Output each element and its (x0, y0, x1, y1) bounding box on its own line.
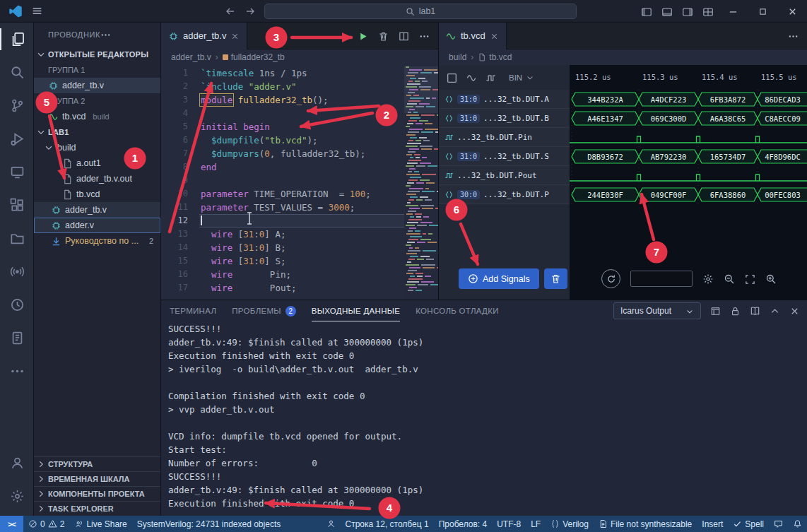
status-language-mode[interactable]: Verilog (546, 516, 594, 532)
trash-button[interactable] (378, 30, 389, 41)
status-eol[interactable]: LF (526, 516, 546, 532)
status-spell[interactable]: Spell (728, 516, 769, 532)
panel-tab-КОНСОЛЬ ОТЛАДКИ[interactable]: КОНСОЛЬ ОТЛАДКИ (416, 300, 499, 321)
zoom-in-icon[interactable] (765, 273, 777, 285)
status-synthesis-status[interactable]: File not synthesizable (594, 516, 697, 532)
problems-status[interactable]: 02 (23, 516, 69, 532)
breadcrumb-item[interactable]: adder_tb.v (171, 52, 211, 62)
section-TASK EXPLORER[interactable]: TASK EXPLORER (34, 501, 160, 516)
signal--32-tb-DUT-B[interactable]: 31:0...32_tb.DUT.B (439, 109, 570, 128)
output-channel-select[interactable]: Icarus Output (613, 302, 701, 319)
marker-box-icon[interactable] (446, 71, 458, 83)
maximize-button[interactable] (748, 0, 777, 23)
code-line[interactable]: initial begin (199, 120, 404, 134)
add-signals-button[interactable]: Add Signals (459, 268, 539, 289)
code-line[interactable]: end (199, 160, 404, 174)
activity-run-debug[interactable] (0, 122, 34, 155)
command-center-search[interactable]: lab1 (264, 4, 577, 19)
open-editor-adder_tb.v[interactable]: adder_tb.v (34, 78, 160, 93)
wave-settings-icon[interactable] (702, 273, 714, 285)
toggle-sidebar-icon[interactable] (641, 6, 652, 18)
status-live-share[interactable]: Live Share (69, 516, 131, 532)
code-line[interactable]: wire [31:0] S; (199, 254, 404, 268)
menu-icon[interactable] (31, 5, 43, 17)
code-line[interactable]: $dumpvars(0, fulladder32_tb); (199, 147, 404, 160)
activity-live-share[interactable] (0, 255, 34, 288)
breadcrumb-item[interactable]: tb.vcd (478, 52, 512, 62)
status-feedback[interactable] (769, 516, 788, 532)
remote-indicator[interactable]: >< (0, 516, 23, 532)
toggle-secondary-sidebar-icon[interactable] (682, 6, 693, 18)
panel-tab-ТЕРМИНАЛ[interactable]: ТЕРМИНАЛ (170, 300, 216, 321)
activity-project-manager[interactable] (0, 222, 34, 255)
timeline-ruler[interactable]: 115.2 us115.3 us115.4 us115.5 us (570, 67, 807, 90)
time-search-input[interactable] (630, 271, 693, 287)
section-ВРЕМЕННАЯ ШКАЛА[interactable]: ВРЕМЕННАЯ ШКАЛА (34, 471, 160, 486)
activity-notebook[interactable] (0, 321, 34, 355)
close-panel-icon[interactable] (789, 305, 800, 317)
remove-signals-button[interactable] (544, 268, 567, 289)
activity-remote-explorer[interactable] (0, 155, 34, 189)
format-dropdown[interactable]: BIN (509, 73, 534, 83)
activity-more-views[interactable] (0, 355, 34, 388)
open-log-icon[interactable] (750, 305, 760, 317)
breadcrumb-item[interactable]: fulladder32_tb (223, 52, 285, 62)
signal--32-tb-DUT-A[interactable]: 31:0...32_tb.DUT.A (439, 90, 570, 109)
code-line[interactable]: parameter TEST_VALUES = 3000; (199, 201, 404, 214)
wave-style-icon[interactable] (466, 72, 477, 83)
code-line[interactable]: wire Pout; (199, 281, 404, 295)
code-line[interactable] (199, 107, 404, 120)
tab-adder-tb[interactable]: adder_tb.v (161, 23, 247, 49)
open-editor-tb.vcd[interactable]: tb.vcdbuild (34, 109, 160, 124)
code-line[interactable] (199, 174, 404, 187)
file-tb.vcd[interactable]: tb.vcd (34, 187, 160, 202)
open-editors-section[interactable]: ОТКРЫТЫЕ РЕДАКТОРЫ (34, 47, 160, 62)
status-cursor-position[interactable]: Строка 12, столбец 1 (341, 516, 434, 532)
code-line[interactable]: $dumpfile("tb.vcd"); (199, 134, 404, 147)
activity-task-timer[interactable] (0, 288, 34, 321)
minimap-slider[interactable] (404, 66, 438, 113)
panel-tab-ПРОБЛЕМЫ[interactable]: ПРОБЛЕМЫ2 (232, 300, 296, 321)
more-actions-button[interactable] (788, 30, 799, 41)
nav-back-icon[interactable] (225, 5, 236, 17)
activity-extensions[interactable] (0, 189, 34, 222)
zoom-out-icon[interactable] (724, 273, 735, 285)
activity-search[interactable] (0, 56, 34, 89)
run-button[interactable] (358, 30, 368, 41)
code-line[interactable]: module fulladder32_tb(); (199, 93, 404, 107)
activity-source-control[interactable] (0, 89, 34, 122)
status-systemverilog-status[interactable]: SystemVerilog: 24731 indexed objects (132, 516, 285, 532)
customize-layout-icon[interactable] (702, 6, 714, 18)
file-Руководство по ...[interactable]: Руководство по ...2 (34, 233, 160, 249)
code-line[interactable]: `include "adder.v" (199, 80, 404, 93)
split-editor-button[interactable] (399, 30, 409, 41)
file-adder.v[interactable]: adder.v (34, 218, 160, 233)
signal--32-tb-DUT-Pin[interactable]: ...32_tb.DUT.Pin (439, 128, 570, 147)
lock-icon[interactable] (730, 305, 741, 317)
folder-build[interactable]: build (34, 140, 160, 155)
maximize-panel-icon[interactable] (770, 305, 780, 317)
activity-explorer[interactable] (0, 23, 34, 56)
code-line[interactable] (199, 214, 404, 227)
more-actions-button[interactable] (419, 30, 430, 41)
section-КОМПОНЕНТЫ ПРОЕКТА[interactable]: КОМПОНЕНТЫ ПРОЕКТА (34, 486, 160, 501)
status-notifications[interactable] (788, 516, 807, 532)
output-console[interactable]: SUCCESS!!!adder_tb.v:49: $finish called … (161, 321, 807, 516)
signal--32-tb-DUT-S[interactable]: 31:0...32_tb.DUT.S (439, 147, 570, 166)
activity-settings[interactable] (0, 480, 34, 513)
breadcrumb-item[interactable]: build (449, 52, 466, 62)
minimap[interactable] (404, 66, 438, 300)
file-a.out1[interactable]: a.out1 (34, 155, 160, 171)
refresh-button[interactable] (601, 269, 620, 288)
status-encoding[interactable]: UTF-8 (492, 516, 526, 532)
code-line[interactable]: wire [31:0] B; (199, 241, 404, 254)
minimize-button[interactable] (718, 0, 748, 23)
activity-account[interactable] (0, 447, 34, 480)
signal--32-tb-DUT-Pout[interactable]: ...32_tb.DUT.Pout (439, 166, 570, 185)
waveform-canvas[interactable]: 344B232AA4DCF2236FB3A87286DECAD3A46E1347… (570, 90, 807, 204)
close-button[interactable] (777, 0, 807, 23)
status-indentation[interactable]: Пробелов: 4 (434, 516, 493, 532)
tab-tb-vcd[interactable]: tb.vcd (439, 23, 507, 49)
status-accessibility[interactable] (322, 516, 341, 532)
sidebar-more-icon[interactable] (100, 30, 111, 40)
